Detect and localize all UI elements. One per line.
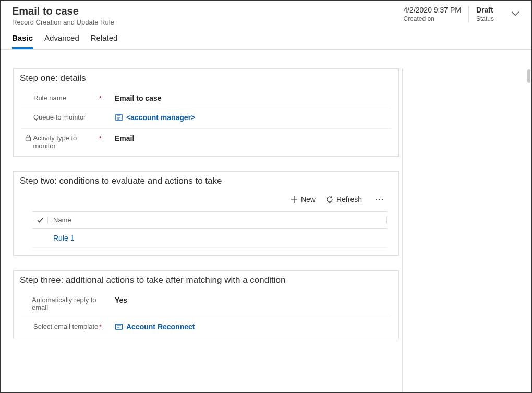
lock-icon — [25, 134, 31, 141]
new-label: New — [301, 195, 316, 204]
scrollbar-thumb[interactable] — [527, 69, 530, 83]
required-indicator: * — [99, 135, 102, 142]
required-indicator: * — [99, 324, 102, 331]
section-step-two: Step two: conditions to evaluate and act… — [13, 171, 399, 256]
email-template-label: Select email template — [33, 323, 98, 330]
meta-status-label: Status — [476, 15, 494, 22]
tab-related[interactable]: Related — [91, 33, 118, 49]
field-activity-type: Activity type to monitor * Email — [21, 129, 391, 156]
table-row[interactable]: Rule 1 — [32, 229, 387, 248]
activity-type-value: Email — [110, 134, 391, 142]
meta-status: Draft Status — [468, 6, 501, 22]
rule-name-value: Email to case — [110, 94, 391, 102]
grid-header-row: Name — [32, 212, 387, 229]
refresh-icon — [326, 196, 333, 203]
meta-status-value: Draft — [476, 6, 494, 14]
new-button[interactable]: New — [291, 195, 316, 204]
auto-reply-value: Yes — [110, 296, 391, 304]
plus-icon — [291, 196, 298, 203]
email-template-value: Account Reconnect — [126, 323, 195, 331]
required-indicator: * — [99, 95, 102, 102]
step-one-title: Step one: details — [14, 69, 398, 89]
queue-label: Queue to monitor — [33, 113, 86, 121]
grid-command-bar: New Refresh ⋯ — [14, 192, 398, 207]
tab-advanced[interactable]: Advanced — [44, 33, 79, 49]
refresh-button[interactable]: Refresh — [326, 195, 362, 204]
page-header: Email to case Record Creation and Update… — [1, 1, 531, 50]
expand-header-toggle[interactable] — [501, 6, 520, 18]
page-title: Email to case — [12, 5, 403, 17]
rules-grid: Name Rule 1 — [32, 211, 387, 248]
meta-created-on: 4/2/2020 9:37 PM Created on — [403, 6, 468, 22]
column-header-name[interactable]: Name — [48, 216, 387, 224]
meta-created-value: 4/2/2020 9:37 PM — [403, 6, 461, 14]
meta-created-label: Created on — [403, 15, 461, 22]
page-subtitle: Record Creation and Update Rule — [12, 18, 403, 26]
template-icon — [115, 323, 123, 331]
email-template-link[interactable]: Account Reconnect — [115, 323, 195, 331]
select-all-checkbox[interactable] — [32, 217, 48, 224]
queue-icon — [115, 113, 123, 122]
tab-list: Basic Advanced Related — [12, 26, 403, 49]
refresh-label: Refresh — [336, 195, 362, 204]
chevron-down-icon — [511, 9, 520, 18]
queue-link[interactable]: <account manager> — [115, 113, 195, 122]
step-three-title: Step three: additional actions to take a… — [14, 271, 398, 291]
check-icon — [37, 217, 44, 224]
more-commands-button[interactable]: ⋯ — [372, 195, 387, 204]
field-queue-to-monitor[interactable]: Queue to monitor <account manager> — [21, 108, 391, 129]
section-step-one: Step one: details Rule name * Email to c… — [13, 68, 399, 157]
field-rule-name[interactable]: Rule name * Email to case — [21, 89, 391, 108]
rule-link[interactable]: Rule 1 — [48, 234, 74, 242]
step-two-title: Step two: conditions to evaluate and act… — [14, 172, 398, 192]
queue-value: <account manager> — [126, 113, 195, 122]
section-step-three: Step three: additional actions to take a… — [13, 270, 399, 339]
field-auto-reply[interactable]: Automatically reply to email Yes — [21, 291, 391, 317]
auto-reply-label: Automatically reply to email — [32, 296, 99, 312]
tab-basic[interactable]: Basic — [12, 33, 33, 49]
field-email-template[interactable]: Select email template * Account Reconnec… — [21, 317, 391, 339]
activity-type-label: Activity type to monitor — [33, 134, 99, 150]
svg-rect-1 — [26, 137, 31, 141]
svg-rect-2 — [116, 324, 123, 329]
rule-name-label: Rule name — [33, 94, 66, 102]
right-pane — [402, 68, 531, 392]
